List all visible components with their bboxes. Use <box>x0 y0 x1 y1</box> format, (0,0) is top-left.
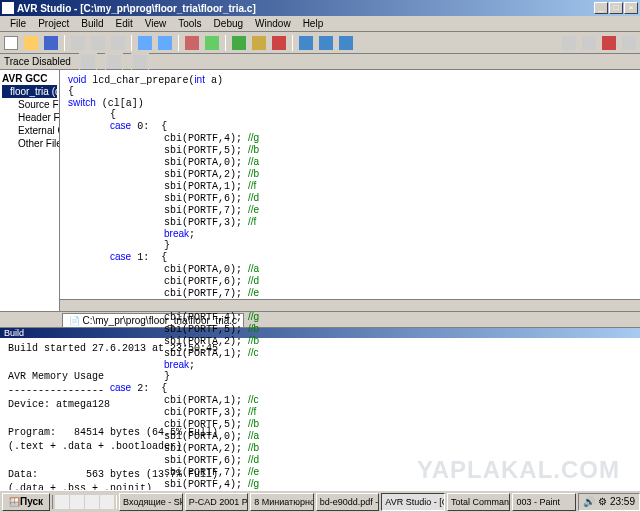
tree-item[interactable]: External C <box>2 124 57 137</box>
trace-btn3[interactable] <box>131 53 149 71</box>
menu-bar: File Project Build Edit View Tools Debug… <box>0 16 640 32</box>
project-tree[interactable]: AVR GCC floor_tria (def Source Fil Heade… <box>0 70 60 311</box>
taskbar: 🪟 Пуск Входящие - Sky... P-CAD 2001 PCB … <box>0 490 640 512</box>
run-button[interactable] <box>230 34 248 52</box>
trace-label: Trace Disabled <box>4 56 71 67</box>
menu-help[interactable]: Help <box>297 18 330 29</box>
save-button[interactable] <box>42 34 60 52</box>
pause-button[interactable] <box>250 34 268 52</box>
compile-button[interactable] <box>203 34 221 52</box>
tool-c-button[interactable] <box>600 34 618 52</box>
menu-view[interactable]: View <box>139 18 173 29</box>
open-button[interactable] <box>22 34 40 52</box>
quick-launch <box>52 495 117 509</box>
taskbar-tasks: Входящие - Sky... P-CAD 2001 PCB - f... … <box>117 493 578 511</box>
task-button[interactable]: bd-e90dd.pdf - Ad... <box>316 493 380 511</box>
task-button[interactable]: AVR Studio - [C:\... <box>381 493 445 511</box>
code-editor[interactable]: void lcd_char_prepare(int a) { switch (c… <box>60 70 640 311</box>
task-button[interactable]: 8 Миниатюрнос... <box>250 493 314 511</box>
editor-scroll-x[interactable] <box>60 299 640 311</box>
code-content[interactable]: void lcd_char_prepare(int a) { switch (c… <box>60 70 640 506</box>
task-button[interactable]: P-CAD 2001 PCB - f... <box>185 493 249 511</box>
task-button[interactable]: 003 - Paint <box>512 493 576 511</box>
task-button[interactable]: Total Commander ... <box>447 493 511 511</box>
ql-icon[interactable] <box>55 495 69 509</box>
menu-project[interactable]: Project <box>32 18 75 29</box>
watermark: YAPLAKAL.COM <box>417 456 620 484</box>
tool-b-button[interactable] <box>580 34 598 52</box>
window-title: AVR Studio - [C:\my_pr\prog\floor_tria\f… <box>17 3 594 14</box>
trace-btn1[interactable] <box>79 53 97 71</box>
clock[interactable]: 23:59 <box>610 496 635 507</box>
window-titlebar: AVR Studio - [C:\my_pr\prog\floor_tria\f… <box>0 0 640 16</box>
tray-icon[interactable]: 🔊 <box>583 496 595 507</box>
tool-a-button[interactable] <box>560 34 578 52</box>
tree-item[interactable]: floor_tria (def <box>2 85 57 98</box>
minimize-button[interactable]: _ <box>594 2 608 14</box>
menu-edit[interactable]: Edit <box>110 18 139 29</box>
task-button[interactable]: Входящие - Sky... <box>119 493 183 511</box>
ql-icon[interactable] <box>70 495 84 509</box>
menu-build[interactable]: Build <box>75 18 109 29</box>
cut-button[interactable] <box>69 34 87 52</box>
step-into-button[interactable] <box>297 34 315 52</box>
tray-icon[interactable]: ⚙ <box>598 496 607 507</box>
redo-button[interactable] <box>156 34 174 52</box>
tool-d-button[interactable] <box>620 34 638 52</box>
tree-item[interactable]: Other File <box>2 137 57 150</box>
menu-debug[interactable]: Debug <box>208 18 249 29</box>
paste-button[interactable] <box>109 34 127 52</box>
tree-item[interactable]: Source Fil <box>2 98 57 111</box>
menu-window[interactable]: Window <box>249 18 297 29</box>
step-over-button[interactable] <box>317 34 335 52</box>
menu-tools[interactable]: Tools <box>172 18 207 29</box>
build-button[interactable] <box>183 34 201 52</box>
undo-button[interactable] <box>136 34 154 52</box>
start-button[interactable]: 🪟 Пуск <box>2 493 50 511</box>
maximize-button[interactable]: □ <box>609 2 623 14</box>
copy-button[interactable] <box>89 34 107 52</box>
trace-btn2[interactable] <box>105 53 123 71</box>
trace-bar: Trace Disabled <box>0 54 640 70</box>
app-icon <box>2 2 14 14</box>
system-tray[interactable]: 🔊 ⚙ 23:59 <box>578 493 640 511</box>
tree-root[interactable]: AVR GCC <box>2 72 57 85</box>
menu-file[interactable]: File <box>4 18 32 29</box>
ql-icon[interactable] <box>100 495 114 509</box>
close-button[interactable]: × <box>624 2 638 14</box>
stop-button[interactable] <box>270 34 288 52</box>
step-out-button[interactable] <box>337 34 355 52</box>
ql-icon[interactable] <box>85 495 99 509</box>
tree-item[interactable]: Header Fil <box>2 111 57 124</box>
toolbar-main <box>0 32 640 54</box>
new-button[interactable] <box>2 34 20 52</box>
